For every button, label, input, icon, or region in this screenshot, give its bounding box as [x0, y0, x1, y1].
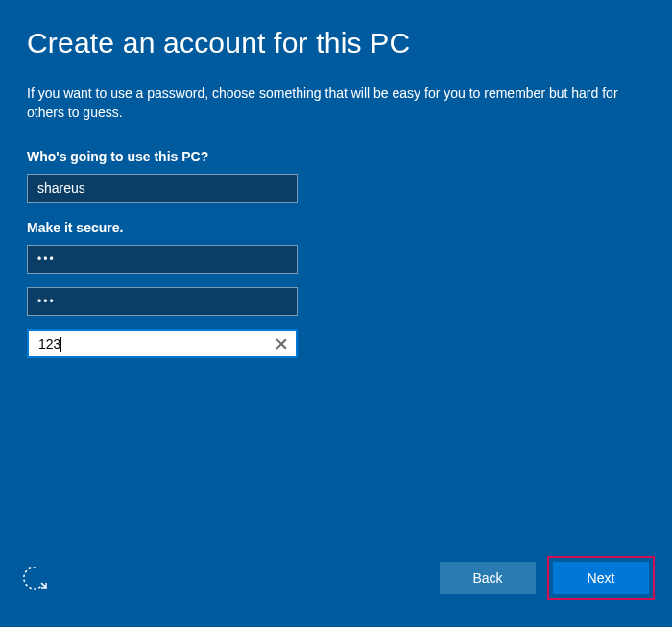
text-cursor: [60, 337, 61, 352]
next-button-highlight: Next: [547, 556, 655, 600]
username-value: shareus: [37, 181, 287, 196]
password-field[interactable]: •••: [27, 245, 298, 274]
page-title: Create an account for this PC: [27, 27, 645, 60]
username-label: Who's going to use this PC?: [27, 149, 645, 164]
next-button[interactable]: Next: [553, 562, 649, 594]
bottom-bar: Back Next: [0, 546, 672, 627]
security-label: Make it secure.: [27, 220, 645, 235]
hint-text-wrap: 123: [38, 336, 286, 352]
password-hint-field[interactable]: 123: [27, 329, 298, 358]
ease-of-access-icon[interactable]: [23, 566, 48, 591]
username-field[interactable]: shareus: [27, 174, 298, 203]
hint-value: 123: [38, 336, 60, 351]
back-button[interactable]: Back: [440, 562, 536, 594]
security-group: Make it secure. ••• ••• 123: [27, 220, 645, 358]
setup-page: Create an account for this PC If you wan…: [0, 0, 672, 358]
confirm-password-field[interactable]: •••: [27, 287, 298, 316]
clear-icon[interactable]: [275, 337, 288, 350]
confirm-password-value: •••: [37, 295, 287, 308]
page-subtitle: If you want to use a password, choose so…: [27, 84, 641, 122]
password-value: •••: [37, 253, 287, 266]
username-group: Who's going to use this PC? shareus: [27, 149, 645, 203]
